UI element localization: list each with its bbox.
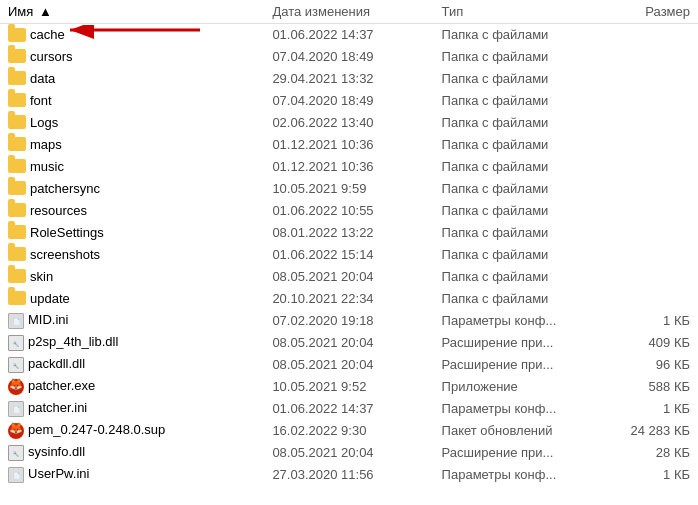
file-date-cell: 01.06.2022 15:14 [264, 244, 433, 266]
file-size-cell [613, 222, 698, 244]
ini-icon: 📄 [8, 313, 24, 329]
folder-icon [8, 269, 26, 283]
folder-icon [8, 225, 26, 239]
file-size-cell [613, 266, 698, 288]
file-size-cell: 588 КБ [613, 376, 698, 398]
file-date-cell: 07.04.2020 18:49 [264, 46, 433, 68]
file-name-cell: font [0, 90, 264, 112]
file-size-cell [613, 200, 698, 222]
folder-icon [8, 49, 26, 63]
table-row[interactable]: pem_0.247-0.248.0.sup16.02.2022 9:30Паке… [0, 420, 698, 442]
table-row[interactable]: 📄MID.ini07.02.2020 19:18Параметры конф..… [0, 310, 698, 332]
table-row[interactable]: RoleSettings08.01.2022 13:22Папка с файл… [0, 222, 698, 244]
col-header-name[interactable]: Имя ▲ [0, 0, 264, 24]
file-name-label: resources [30, 203, 87, 218]
dll-icon: 🔧 [8, 357, 24, 373]
sort-arrow-name: ▲ [39, 4, 52, 19]
file-name-cell: cursors [0, 46, 264, 68]
ini-icon: 📄 [8, 401, 24, 417]
col-header-date[interactable]: Дата изменения [264, 0, 433, 24]
table-row[interactable]: skin08.05.2021 20:04Папка с файлами [0, 266, 698, 288]
table-row[interactable]: 🔧p2sp_4th_lib.dll08.05.2021 20:04Расшире… [0, 332, 698, 354]
folder-icon [8, 93, 26, 107]
ini-icon: 📄 [8, 467, 24, 483]
file-type-cell: Папка с файлами [434, 24, 614, 46]
dll-icon: 🔧 [8, 445, 24, 461]
file-name-cell: 🔧packdll.dll [0, 354, 264, 376]
file-date-cell: 07.04.2020 18:49 [264, 90, 433, 112]
file-date-cell: 01.12.2021 10:36 [264, 134, 433, 156]
file-size-cell [613, 68, 698, 90]
file-type-cell: Папка с файлами [434, 112, 614, 134]
col-header-size[interactable]: Размер [613, 0, 698, 24]
file-name-cell: resources [0, 200, 264, 222]
file-name-cell: music [0, 156, 264, 178]
file-name-cell: 📄patcher.ini [0, 398, 264, 420]
file-date-cell: 01.12.2021 10:36 [264, 156, 433, 178]
file-size-cell: 96 КБ [613, 354, 698, 376]
table-row[interactable]: music01.12.2021 10:36Папка с файлами [0, 156, 698, 178]
col-header-type[interactable]: Тип [434, 0, 614, 24]
folder-icon [8, 137, 26, 151]
file-name-label: cursors [30, 49, 73, 64]
file-date-cell: 01.06.2022 14:37 [264, 24, 433, 46]
file-size-cell: 409 КБ [613, 332, 698, 354]
folder-icon [8, 115, 26, 129]
file-date-cell: 08.01.2022 13:22 [264, 222, 433, 244]
file-date-cell: 20.10.2021 22:34 [264, 288, 433, 310]
table-row[interactable]: Logs02.06.2022 13:40Папка с файлами [0, 112, 698, 134]
sup-icon [8, 423, 24, 439]
file-date-cell: 29.04.2021 13:32 [264, 68, 433, 90]
table-row[interactable]: 📄patcher.ini01.06.2022 14:37Параметры ко… [0, 398, 698, 420]
file-type-cell: Папка с файлами [434, 288, 614, 310]
table-row[interactable]: screenshots01.06.2022 15:14Папка с файла… [0, 244, 698, 266]
table-row[interactable]: data29.04.2021 13:32Папка с файлами [0, 68, 698, 90]
file-size-cell: 1 КБ [613, 310, 698, 332]
file-date-cell: 07.02.2020 19:18 [264, 310, 433, 332]
file-size-cell: 28 КБ [613, 442, 698, 464]
table-row[interactable]: cache01.06.2022 14:37Папка с файлами [0, 24, 698, 46]
file-type-cell: Параметры конф... [434, 398, 614, 420]
file-name-label: cache [30, 27, 65, 42]
file-date-cell: 10.05.2021 9:52 [264, 376, 433, 398]
file-size-cell [613, 244, 698, 266]
file-name-label: sysinfo.dll [28, 444, 85, 459]
folder-icon [8, 71, 26, 85]
exe-icon [8, 379, 24, 395]
file-name-cell: pem_0.247-0.248.0.sup [0, 420, 264, 442]
file-size-cell [613, 112, 698, 134]
file-name-cell: cache [0, 24, 264, 46]
table-row[interactable]: 📄UserPw.ini27.03.2020 11:56Параметры кон… [0, 464, 698, 486]
table-row[interactable]: 🔧sysinfo.dll08.05.2021 20:04Расширение п… [0, 442, 698, 464]
table-row[interactable]: maps01.12.2021 10:36Папка с файлами [0, 134, 698, 156]
folder-icon [8, 247, 26, 261]
table-row[interactable]: cursors07.04.2020 18:49Папка с файлами [0, 46, 698, 68]
file-type-cell: Параметры конф... [434, 464, 614, 486]
file-date-cell: 01.06.2022 10:55 [264, 200, 433, 222]
table-row[interactable]: patchersync10.05.2021 9:59Папка с файлам… [0, 178, 698, 200]
file-name-label: patcher.exe [28, 378, 95, 393]
file-name-cell: 📄UserPw.ini [0, 464, 264, 486]
file-type-cell: Папка с файлами [434, 134, 614, 156]
file-type-cell: Папка с файлами [434, 266, 614, 288]
file-name-label: RoleSettings [30, 225, 104, 240]
table-row[interactable]: 🔧packdll.dll08.05.2021 20:04Расширение п… [0, 354, 698, 376]
file-date-cell: 02.06.2022 13:40 [264, 112, 433, 134]
file-name-label: MID.ini [28, 312, 68, 327]
file-name-cell: 🔧p2sp_4th_lib.dll [0, 332, 264, 354]
table-row[interactable]: patcher.exe10.05.2021 9:52Приложение588 … [0, 376, 698, 398]
file-type-cell: Расширение при... [434, 332, 614, 354]
folder-icon [8, 28, 26, 42]
table-row[interactable]: resources01.06.2022 10:55Папка с файлами [0, 200, 698, 222]
file-name-cell: 🔧sysinfo.dll [0, 442, 264, 464]
file-type-cell: Папка с файлами [434, 222, 614, 244]
file-name-label: screenshots [30, 247, 100, 262]
file-size-cell: 24 283 КБ [613, 420, 698, 442]
file-name-cell: patchersync [0, 178, 264, 200]
file-size-cell [613, 134, 698, 156]
file-date-cell: 27.03.2020 11:56 [264, 464, 433, 486]
table-row[interactable]: update20.10.2021 22:34Папка с файлами [0, 288, 698, 310]
file-type-cell: Папка с файлами [434, 68, 614, 90]
file-size-cell [613, 288, 698, 310]
table-row[interactable]: font07.04.2020 18:49Папка с файлами [0, 90, 698, 112]
